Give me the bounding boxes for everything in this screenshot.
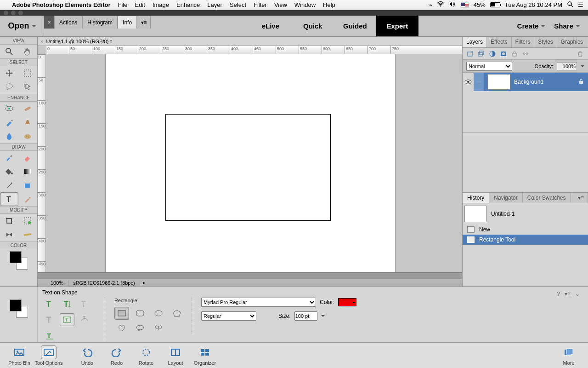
tab-actions[interactable]: Actions: [54, 16, 82, 29]
chevron-down-icon[interactable]: [581, 65, 584, 69]
history-snapshot[interactable]: Untitled-1: [463, 203, 588, 224]
shape-rounded-rect-icon[interactable]: [133, 307, 147, 320]
battery-icon[interactable]: [490, 2, 500, 7]
options-help-icon[interactable]: ?: [557, 291, 560, 297]
clone-stamp-tool[interactable]: [18, 115, 37, 129]
layout-button[interactable]: Layout: [161, 345, 190, 366]
shape-polygon-icon[interactable]: [170, 307, 184, 320]
menu-help[interactable]: Help: [323, 1, 335, 8]
link-layers-icon[interactable]: ⚯: [521, 50, 530, 58]
options-menu-icon[interactable]: ▾≡: [565, 291, 571, 297]
tab-info[interactable]: Info: [118, 16, 137, 29]
close-window-icon[interactable]: [4, 11, 8, 15]
tab-swatches[interactable]: Color Swatches: [523, 193, 571, 203]
font-size-input[interactable]: [294, 311, 317, 321]
blur-tool[interactable]: [0, 129, 18, 143]
crop-tool[interactable]: [0, 214, 18, 228]
move-tool[interactable]: [0, 66, 18, 80]
tab-graphics[interactable]: Graphics: [557, 37, 587, 47]
history-panel-menu-icon[interactable]: ▾≡: [574, 193, 588, 203]
paint-bucket-tool[interactable]: [0, 165, 18, 178]
rectangle-shape[interactable]: [165, 114, 331, 221]
shape-tool[interactable]: [18, 178, 37, 192]
horizontal-scrollbar[interactable]: [38, 272, 462, 279]
foreground-color-swatch[interactable]: [10, 251, 22, 263]
sponge-tool[interactable]: [18, 129, 37, 143]
mini-tab-close-icon[interactable]: ×: [44, 16, 54, 29]
shape-heart-icon[interactable]: [114, 322, 129, 334]
share-button[interactable]: Share: [554, 22, 580, 30]
text-on-shape-icon[interactable]: T: [60, 313, 74, 326]
vertical-mask-type-icon[interactable]: T: [42, 313, 57, 326]
layer-visibility-icon[interactable]: [463, 73, 474, 91]
status-menu-icon[interactable]: ▸: [140, 280, 146, 286]
tab-effects[interactable]: Effects: [487, 37, 511, 47]
opacity-input[interactable]: [557, 62, 577, 70]
foreground-background-colors[interactable]: [10, 299, 28, 318]
new-layer-icon[interactable]: [466, 50, 475, 58]
lock-layer-icon[interactable]: [510, 50, 519, 58]
delete-layer-icon[interactable]: [576, 50, 584, 58]
shape-rectangle-icon[interactable]: [114, 307, 129, 320]
open-button[interactable]: Open: [0, 16, 44, 36]
organizer-button[interactable]: Organizer: [190, 345, 220, 366]
zoom-tool[interactable]: [0, 45, 18, 58]
eyedropper-tool[interactable]: [0, 178, 18, 192]
mode-expert[interactable]: Expert: [376, 16, 418, 36]
mode-guided[interactable]: Guided: [334, 16, 376, 36]
document-tab[interactable]: × Untitled-1 @ 100% (RGB/8) *: [38, 37, 462, 46]
horizontal-mask-type-icon[interactable]: T: [77, 298, 92, 310]
menu-view[interactable]: View: [274, 1, 287, 8]
hand-tool[interactable]: [18, 45, 37, 58]
tab-styles[interactable]: Styles: [534, 37, 557, 47]
layer-thumbnail[interactable]: [487, 74, 510, 90]
photo-bin-button[interactable]: Photo Bin: [5, 345, 34, 366]
horizontal-type-icon[interactable]: T: [42, 298, 57, 310]
more-button[interactable]: More: [554, 345, 583, 366]
menu-file[interactable]: File: [118, 1, 128, 8]
menu-enhance[interactable]: Enhance: [176, 1, 200, 8]
color-profile-readout[interactable]: sRGB IEC61966-2.1 (8bpc): [68, 280, 140, 286]
eraser-tool[interactable]: [18, 151, 37, 165]
menu-extras-icon[interactable]: ☰: [578, 1, 583, 8]
spotlight-icon[interactable]: [567, 1, 573, 9]
shape-talk-bubble-icon[interactable]: [133, 322, 147, 334]
history-item-new[interactable]: New: [463, 224, 588, 235]
spot-heal-tool[interactable]: [18, 102, 37, 115]
redeye-tool[interactable]: +: [0, 102, 18, 115]
mini-tab-menu-icon[interactable]: ▾≡: [137, 16, 151, 29]
layer-mask-icon[interactable]: [499, 50, 508, 58]
canvas-viewport[interactable]: [46, 54, 462, 272]
type-tool[interactable]: T: [0, 192, 18, 206]
adjustment-layer-icon[interactable]: [488, 50, 497, 58]
font-family-select[interactable]: Myriad Pro Regular: [201, 298, 316, 307]
content-aware-tool[interactable]: [0, 228, 18, 242]
menu-edit[interactable]: Edit: [135, 1, 145, 8]
tool-options-button[interactable]: Tool Options: [34, 345, 63, 366]
mode-elive[interactable]: eLive: [249, 16, 292, 36]
chevron-down-icon[interactable]: [321, 315, 325, 319]
marquee-tool[interactable]: [18, 66, 37, 80]
menu-filter[interactable]: Filter: [254, 1, 267, 8]
tab-layers[interactable]: Layers: [463, 37, 487, 47]
pencil-tool[interactable]: [18, 192, 37, 206]
menu-image[interactable]: Image: [153, 1, 169, 8]
lasso-tool[interactable]: [0, 80, 18, 94]
gradient-tool[interactable]: [18, 165, 37, 178]
foreground-color-swatch[interactable]: [10, 299, 22, 311]
quick-select-tool[interactable]: [18, 80, 37, 94]
vertical-type-icon[interactable]: T: [60, 298, 74, 310]
minimize-window-icon[interactable]: [11, 11, 16, 15]
straighten-tool[interactable]: [18, 228, 37, 242]
text-on-custom-icon[interactable]: T: [42, 329, 57, 342]
menu-layer[interactable]: Layer: [207, 1, 222, 8]
close-document-icon[interactable]: ×: [40, 39, 43, 44]
redo-button[interactable]: Redo: [102, 345, 131, 366]
menu-select[interactable]: Select: [230, 1, 246, 8]
zoom-readout[interactable]: 100%: [46, 280, 68, 286]
undo-button[interactable]: Undo: [73, 345, 102, 366]
new-group-icon[interactable]: [477, 50, 486, 58]
tab-histogram[interactable]: Histogram: [82, 16, 118, 29]
brush-tool[interactable]: [0, 151, 18, 165]
text-color-swatch[interactable]: [338, 298, 356, 306]
